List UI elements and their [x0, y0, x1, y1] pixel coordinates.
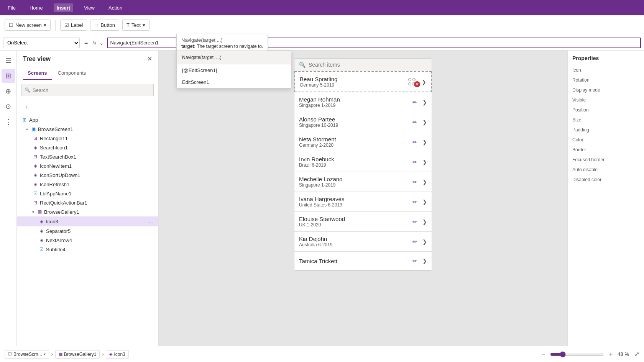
browse-screen-icon: ▣: [30, 126, 36, 132]
nav-screens-icon[interactable]: ⊞: [2, 69, 15, 83]
breadcrumb-icon3[interactable]: ◈ Icon3: [106, 350, 128, 359]
icon3-dots[interactable]: ...: [149, 218, 154, 225]
label-button[interactable]: ☑ Label: [60, 20, 87, 31]
nav-components-icon[interactable]: ⊕: [2, 84, 15, 98]
formula-expand-icon[interactable]: ⌄: [99, 40, 104, 46]
tree-item-browsegallery1[interactable]: ▾ ▦ BrowseGallery1: [17, 207, 158, 216]
tree-label-browsescreen1: BrowseScreen1: [38, 126, 73, 132]
text-button[interactable]: T Text ▾: [122, 20, 150, 31]
gallery-item-3[interactable]: Neta Storment Germany 2-2020 ✏ ❯: [294, 132, 432, 152]
tree-item-subtitle4[interactable]: ☑ Subtitle4: [17, 245, 158, 254]
gallery-search-input[interactable]: [309, 62, 427, 68]
chevron-icon-8[interactable]: ❯: [422, 239, 427, 245]
tab-components[interactable]: Components: [53, 67, 91, 80]
chevron-icon-5[interactable]: ❯: [422, 179, 427, 185]
gallery-item-0-name: Beau Spratling: [300, 76, 405, 82]
edit-icon-2[interactable]: ✏: [409, 117, 420, 128]
gallery-item-2[interactable]: Alonso Partee Singapore 10-2019 ✏ ❯: [294, 112, 432, 132]
gallery-item-5-sub: Singapore 1-2019: [299, 182, 406, 188]
gallery-item-0-chevron-icon[interactable]: ❯: [422, 79, 426, 85]
tree-list: ⊞ App ▾ ▣ BrowseScreen1 ⊡ Rectangle11 ◈ …: [17, 114, 158, 346]
label-icon: ☑: [64, 22, 69, 28]
chevron-icon-4[interactable]: ❯: [422, 159, 427, 165]
tree-item-rectquickactionbar1[interactable]: ⊡ RectQuickActionBar1: [17, 198, 158, 207]
autocomplete-item-1[interactable]: EditScreen1: [177, 76, 291, 88]
edit-icon-5[interactable]: ✏: [409, 177, 420, 187]
tree-item-textsearchbox1[interactable]: ⊟ TextSearchBox1: [17, 152, 158, 161]
gallery-item-4-name: Irvin Roebuck: [299, 156, 406, 162]
nav-more-icon[interactable]: ⋮: [2, 115, 15, 129]
icon3-icon: ◈: [38, 218, 44, 224]
autocomplete-item-0[interactable]: [@EditScreen1]: [177, 64, 291, 76]
tree-item-iconrefresh1[interactable]: ◈ IconRefresh1: [17, 180, 158, 189]
gallery-item-9[interactable]: Tamica Trickett ✏ ❯: [294, 252, 432, 270]
edit-icon-8[interactable]: ✏: [409, 236, 420, 247]
chevron-icon-9[interactable]: ❯: [422, 258, 427, 264]
gallery-item-1[interactable]: Megan Rohman Singapore 1-2019 ✏ ❯: [294, 92, 432, 112]
tree-item-iconnewitem1[interactable]: ◈ IconNewItem1: [17, 161, 158, 170]
tree-item-iconsortupdown1[interactable]: ◈ IconSortUpDown1: [17, 170, 158, 180]
breadcrumb-sep-2: ›: [102, 352, 104, 357]
gallery-item-7[interactable]: Elouise Stanwood UK 1-2020 ✏ ❯: [294, 212, 432, 232]
edit-icon-4[interactable]: ✏: [409, 157, 420, 167]
gallery-item-0[interactable]: Beau Spratling Germany 5-2019: [294, 71, 432, 92]
chevron-icon-7[interactable]: ❯: [422, 219, 427, 225]
chevron-icon-3[interactable]: ❯: [422, 139, 427, 145]
menu-view[interactable]: View: [81, 3, 98, 12]
icon3-breadcrumb-icon: ◈: [109, 352, 112, 357]
breadcrumb-browse-gallery[interactable]: ▦ BrowseGallery1: [55, 350, 100, 359]
sidebar-search-input[interactable]: [21, 84, 154, 96]
new-screen-label: New screen: [15, 22, 42, 28]
gallery-item-6[interactable]: Ivana Hargreaves United States 6-2019 ✏ …: [294, 192, 432, 212]
gallery-item-0-actions: ✕ ❯: [408, 78, 426, 85]
gallery-item-8[interactable]: Kia Dejohn Australia 6-2019 ✏ ❯: [294, 232, 432, 252]
gallery-item-4[interactable]: Irvin Roebuck Brazil 6-2019 ✏ ❯: [294, 152, 432, 172]
zoom-slider[interactable]: [550, 351, 604, 357]
expand-icon[interactable]: ⤢: [634, 351, 639, 358]
nav-hamburger-icon[interactable]: ☰: [2, 54, 15, 67]
breadcrumb-browse-chevron-icon[interactable]: ▾: [44, 352, 46, 356]
browsegallery1-icon: ▦: [36, 209, 43, 215]
zoom-out-button[interactable]: −: [539, 350, 548, 359]
sidebar-title: Tree view: [23, 56, 51, 62]
gallery-item-5-info: Mechelle Lozano Singapore 1-2019: [299, 176, 406, 188]
prop-focused-border: Focused border: [572, 157, 639, 162]
gallery-item-3-sub: Germany 2-2020: [299, 143, 406, 148]
gallery-item-9-name: Tamica Trickett: [299, 258, 406, 264]
browsegallery1-chevron-icon[interactable]: ▾: [32, 210, 34, 214]
tree-item-browsescreen1[interactable]: ▾ ▣ BrowseScreen1: [17, 124, 158, 134]
breadcrumb-gallery-label: BrowseGallery1: [64, 352, 97, 357]
tab-screens[interactable]: Screens: [23, 67, 52, 80]
browse-screen-chevron-icon[interactable]: ▾: [26, 127, 28, 131]
menu-file[interactable]: File: [5, 3, 19, 12]
tree-item-nextarrow4[interactable]: ◈ NextArrow4: [17, 236, 158, 245]
sidebar-close-icon[interactable]: ✕: [147, 55, 152, 62]
nav-data-icon[interactable]: ⊙: [2, 100, 15, 113]
tree-item-separator5[interactable]: ◈ Separator5: [17, 226, 158, 236]
breadcrumb-browse-screen[interactable]: ☐ BrowseScrn... ▾: [5, 350, 49, 359]
sidebar-add-button[interactable]: +: [21, 102, 32, 112]
chevron-icon-1[interactable]: ❯: [422, 99, 427, 105]
chevron-icon-2[interactable]: ❯: [422, 119, 427, 125]
button-button[interactable]: ◻ Button: [90, 20, 119, 31]
formula-selector[interactable]: OnSelect: [3, 38, 80, 48]
tree-item-searchicon1[interactable]: ◈ SearchIcon1: [17, 143, 158, 152]
gallery-item-5[interactable]: Mechelle Lozano Singapore 1-2019 ✏ ❯: [294, 172, 432, 192]
tree-item-app[interactable]: ⊞ App: [17, 115, 158, 124]
zoom-in-button[interactable]: +: [606, 350, 615, 359]
menu-home[interactable]: Home: [26, 3, 46, 12]
menu-insert[interactable]: Insert: [54, 3, 73, 12]
edit-icon-3[interactable]: ✏: [409, 137, 420, 147]
tree-item-icon3[interactable]: ◈ Icon3 ...: [17, 216, 158, 226]
edit-icon-9[interactable]: ✏: [409, 256, 420, 266]
tree-item-lblappname1[interactable]: ☑ LblAppName1: [17, 189, 158, 198]
chevron-icon-6[interactable]: ❯: [422, 199, 427, 205]
subtitle4-icon: ☑: [38, 246, 44, 252]
new-screen-button[interactable]: ☐ New screen ▾: [5, 20, 51, 31]
edit-icon-7[interactable]: ✏: [409, 216, 420, 227]
breadcrumb-icon3-label: Icon3: [114, 352, 125, 357]
edit-icon-1[interactable]: ✏: [409, 97, 420, 108]
menu-action[interactable]: Action: [105, 3, 125, 12]
tree-item-rect11[interactable]: ⊡ Rectangle11: [17, 134, 158, 143]
edit-icon-6[interactable]: ✏: [409, 197, 420, 207]
